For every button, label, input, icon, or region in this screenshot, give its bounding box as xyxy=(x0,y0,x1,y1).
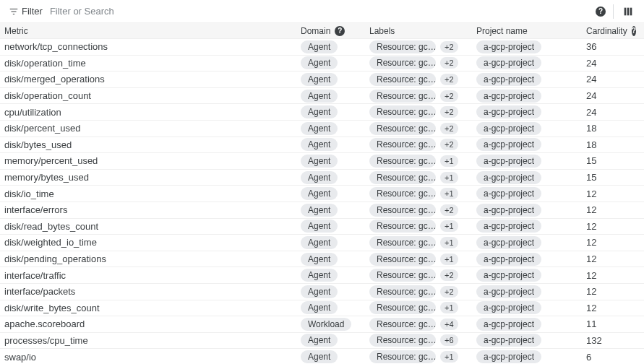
table-row[interactable]: interface/packetsAgentResource: gc…+2a-g… xyxy=(0,284,644,300)
domain-chip[interactable]: Agent xyxy=(301,122,338,135)
label-count-chip[interactable]: +1 xyxy=(440,220,458,232)
resource-chip[interactable]: Resource: gc… xyxy=(369,105,436,118)
table-row[interactable]: disk/pending_operationsAgentResource: gc… xyxy=(0,251,644,268)
domain-chip[interactable]: Agent xyxy=(301,171,338,184)
table-row[interactable]: cpu/utilizationAgentResource: gc…+2a-gcp… xyxy=(0,104,644,121)
resource-chip[interactable]: Resource: gc… xyxy=(369,204,436,217)
resource-chip[interactable]: Resource: gc… xyxy=(369,73,436,86)
resource-chip[interactable]: Resource: gc… xyxy=(369,187,436,200)
domain-chip[interactable]: Agent xyxy=(301,105,338,118)
domain-chip[interactable]: Agent xyxy=(301,301,338,314)
domain-chip[interactable]: Agent xyxy=(301,40,338,53)
project-chip[interactable]: a-gcp-project xyxy=(476,220,541,233)
resource-chip[interactable]: Resource: gc… xyxy=(369,171,436,184)
project-chip[interactable]: a-gcp-project xyxy=(476,318,541,331)
resource-chip[interactable]: Resource: gc… xyxy=(369,334,436,347)
project-chip[interactable]: a-gcp-project xyxy=(476,350,541,363)
project-chip[interactable]: a-gcp-project xyxy=(476,90,541,103)
project-chip[interactable]: a-gcp-project xyxy=(476,301,541,314)
domain-chip[interactable]: Agent xyxy=(301,269,338,282)
resource-chip[interactable]: Resource: gc… xyxy=(369,90,436,103)
help-icon[interactable]: ? xyxy=(335,26,345,36)
domain-chip[interactable]: Agent xyxy=(301,204,338,217)
resource-chip[interactable]: Resource: gc… xyxy=(369,40,436,53)
project-chip[interactable]: a-gcp-project xyxy=(476,138,541,151)
label-count-chip[interactable]: +4 xyxy=(440,318,458,330)
table-row[interactable]: disk/percent_usedAgentResource: gc…+2a-g… xyxy=(0,121,644,137)
table-row[interactable]: network/tcp_connectionsAgentResource: gc… xyxy=(0,39,644,56)
label-count-chip[interactable]: +2 xyxy=(440,123,458,134)
domain-chip[interactable]: Agent xyxy=(301,236,338,249)
project-chip[interactable]: a-gcp-project xyxy=(476,122,541,135)
domain-chip[interactable]: Agent xyxy=(301,138,338,151)
table-row[interactable]: interface/trafficAgentResource: gc…+2a-g… xyxy=(0,267,644,284)
table-row[interactable]: disk/write_bytes_countAgentResource: gc…… xyxy=(0,300,644,317)
project-chip[interactable]: a-gcp-project xyxy=(476,155,541,168)
label-count-chip[interactable]: +2 xyxy=(440,106,458,118)
resource-chip[interactable]: Resource: gc… xyxy=(369,138,436,151)
domain-chip[interactable]: Agent xyxy=(301,187,338,200)
domain-chip[interactable]: Agent xyxy=(301,155,338,168)
header-project[interactable]: Project name xyxy=(472,26,582,36)
table-row[interactable]: interface/errorsAgentResource: gc…+2a-gc… xyxy=(0,202,644,219)
label-count-chip[interactable]: +1 xyxy=(440,188,458,199)
help-button[interactable]: ? xyxy=(588,1,609,22)
project-chip[interactable]: a-gcp-project xyxy=(476,204,541,217)
domain-chip[interactable]: Agent xyxy=(301,73,338,86)
table-row[interactable]: apache.scoreboardWorkloadResource: gc…+4… xyxy=(0,316,644,333)
label-count-chip[interactable]: +1 xyxy=(440,172,458,183)
label-count-chip[interactable]: +1 xyxy=(440,351,458,363)
label-count-chip[interactable]: +2 xyxy=(440,139,458,150)
table-row[interactable]: processes/cpu_timeAgentResource: gc…+6a-… xyxy=(0,333,644,350)
label-count-chip[interactable]: +2 xyxy=(440,269,458,281)
resource-chip[interactable]: Resource: gc… xyxy=(369,253,436,266)
header-domain[interactable]: Domain ? xyxy=(296,26,365,36)
resource-chip[interactable]: Resource: gc… xyxy=(369,122,436,135)
domain-chip[interactable]: Agent xyxy=(301,220,338,233)
table-row[interactable]: swap/ioAgentResource: gc…+1a-gcp-project… xyxy=(0,349,644,364)
resource-chip[interactable]: Resource: gc… xyxy=(369,301,436,314)
project-chip[interactable]: a-gcp-project xyxy=(476,334,541,347)
project-chip[interactable]: a-gcp-project xyxy=(476,105,541,118)
project-chip[interactable]: a-gcp-project xyxy=(476,236,541,249)
label-count-chip[interactable]: +1 xyxy=(440,254,458,265)
project-chip[interactable]: a-gcp-project xyxy=(476,73,541,86)
table-row[interactable]: disk/weighted_io_timeAgentResource: gc…+… xyxy=(0,235,644,251)
resource-chip[interactable]: Resource: gc… xyxy=(369,269,436,282)
project-chip[interactable]: a-gcp-project xyxy=(476,40,541,53)
label-count-chip[interactable]: +2 xyxy=(440,90,458,102)
filter-button[interactable]: Filter xyxy=(6,4,46,18)
label-count-chip[interactable]: +2 xyxy=(440,57,458,69)
project-chip[interactable]: a-gcp-project xyxy=(476,56,541,69)
header-labels[interactable]: Labels xyxy=(365,26,472,36)
label-count-chip[interactable]: +2 xyxy=(440,204,458,216)
help-icon[interactable]: ? xyxy=(632,26,636,36)
table-row[interactable]: memory/percent_usedAgentResource: gc…+1a… xyxy=(0,153,644,170)
resource-chip[interactable]: Resource: gc… xyxy=(369,155,436,168)
label-count-chip[interactable]: +1 xyxy=(440,302,458,313)
table-row[interactable]: disk/operation_countAgentResource: gc…+2… xyxy=(0,88,644,105)
project-chip[interactable]: a-gcp-project xyxy=(476,269,541,282)
table-row[interactable]: disk/merged_operationsAgentResource: gc…… xyxy=(0,72,644,88)
label-count-chip[interactable]: +6 xyxy=(440,334,458,346)
domain-chip[interactable]: Agent xyxy=(301,350,338,363)
domain-chip[interactable]: Agent xyxy=(301,253,338,266)
project-chip[interactable]: a-gcp-project xyxy=(476,187,541,200)
header-metric[interactable]: Metric xyxy=(0,26,188,36)
resource-chip[interactable]: Resource: gc… xyxy=(369,220,436,233)
project-chip[interactable]: a-gcp-project xyxy=(476,285,541,298)
project-chip[interactable]: a-gcp-project xyxy=(476,253,541,266)
search-input[interactable] xyxy=(46,3,219,20)
domain-chip[interactable]: Workload xyxy=(301,318,351,331)
domain-chip[interactable]: Agent xyxy=(301,56,338,69)
label-count-chip[interactable]: +2 xyxy=(440,74,458,85)
table-row[interactable]: disk/read_bytes_countAgentResource: gc…+… xyxy=(0,219,644,235)
project-chip[interactable]: a-gcp-project xyxy=(476,171,541,184)
domain-chip[interactable]: Agent xyxy=(301,334,338,347)
domain-chip[interactable]: Agent xyxy=(301,90,338,103)
resource-chip[interactable]: Resource: gc… xyxy=(369,285,436,298)
label-count-chip[interactable]: +2 xyxy=(440,41,458,53)
label-count-chip[interactable]: +2 xyxy=(440,286,458,298)
resource-chip[interactable]: Resource: gc… xyxy=(369,56,436,69)
resource-chip[interactable]: Resource: gc… xyxy=(369,350,436,363)
